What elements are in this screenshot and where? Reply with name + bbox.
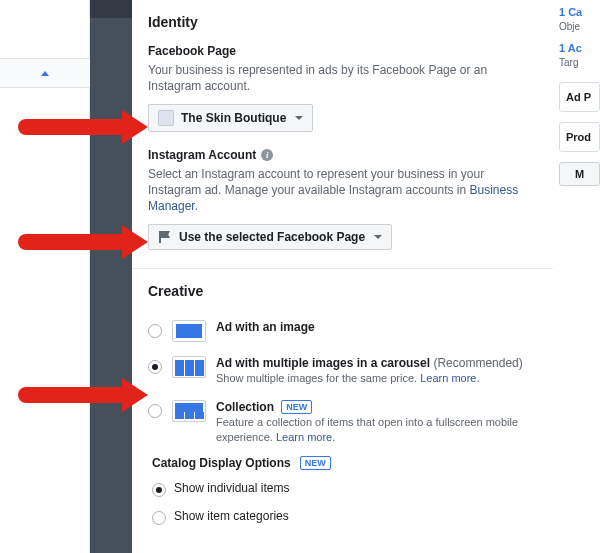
creative-option-collection[interactable]: Collection NEW Feature a collection of i… — [148, 393, 537, 452]
learn-more-link[interactable]: Learn more. — [420, 372, 479, 384]
nav-rail — [90, 0, 132, 553]
thumb-single-image-icon — [172, 320, 206, 342]
creative-option-title: Collection NEW — [216, 400, 312, 414]
more-button[interactable]: M — [559, 162, 600, 186]
creative-option-desc: Feature a collection of items that open … — [216, 415, 537, 445]
radio[interactable] — [148, 360, 162, 374]
new-badge: NEW — [281, 400, 312, 414]
thumb-collection-icon — [172, 400, 206, 422]
creative-option-desc: Show multiple images for the same price.… — [216, 371, 537, 386]
facebook-page-dropdown[interactable]: The Skin Boutique — [148, 104, 313, 132]
creative-option-carousel[interactable]: Ad with multiple images in a carousel (R… — [148, 349, 537, 393]
panel-ad-preview: Ad P — [559, 82, 600, 112]
new-badge: NEW — [300, 456, 331, 470]
right-sidebar-fragment: 1 CaObje 1 AcTarg Ad P Prod M — [553, 0, 600, 553]
facebook-page-selected: The Skin Boutique — [181, 111, 286, 125]
facebook-page-label: Facebook Page — [148, 44, 537, 58]
instagram-account-label: Instagram Account i — [148, 148, 537, 162]
creative-option-image[interactable]: Ad with an image — [148, 313, 537, 349]
section-title-creative: Creative — [148, 283, 537, 299]
radio[interactable] — [148, 324, 162, 338]
creative-option-title: Ad with multiple images in a carousel (R… — [216, 356, 523, 370]
sort-asc-icon — [41, 71, 49, 76]
instagram-account-dropdown[interactable]: Use the selected Facebook Page — [148, 224, 392, 250]
radio[interactable] — [148, 404, 162, 418]
chevron-down-icon — [295, 116, 303, 120]
creative-option-title: Ad with an image — [216, 320, 315, 334]
instagram-account-help: Select an Instagram account to represent… — [148, 166, 537, 214]
section-divider — [132, 268, 553, 269]
stat-campaigns[interactable]: 1 CaObje — [553, 0, 600, 36]
left-table-fragment — [0, 0, 90, 553]
catalog-option-categories[interactable]: Show item categories — [152, 502, 537, 530]
page-avatar-icon — [158, 110, 174, 126]
catalog-option-individual[interactable]: Show individual items — [152, 474, 537, 502]
thumb-carousel-icon — [172, 356, 206, 378]
stat-adsets[interactable]: 1 AcTarg — [553, 36, 600, 72]
flag-icon — [158, 231, 172, 243]
facebook-page-help: Your business is represented in ads by i… — [148, 62, 537, 94]
info-icon[interactable]: i — [261, 149, 273, 161]
ad-settings-form: Identity Facebook Page Your business is … — [132, 0, 553, 553]
radio[interactable] — [152, 511, 166, 525]
nav-rail-active-tab[interactable] — [90, 0, 132, 18]
catalog-display-label: Catalog Display Options NEW — [152, 456, 537, 470]
radio[interactable] — [152, 483, 166, 497]
chevron-down-icon — [374, 235, 382, 239]
collapsed-row[interactable] — [0, 58, 90, 88]
learn-more-link[interactable]: Learn more. — [276, 431, 335, 443]
panel-product: Prod — [559, 122, 600, 152]
section-title-identity: Identity — [148, 14, 537, 30]
instagram-account-selected: Use the selected Facebook Page — [179, 230, 365, 244]
